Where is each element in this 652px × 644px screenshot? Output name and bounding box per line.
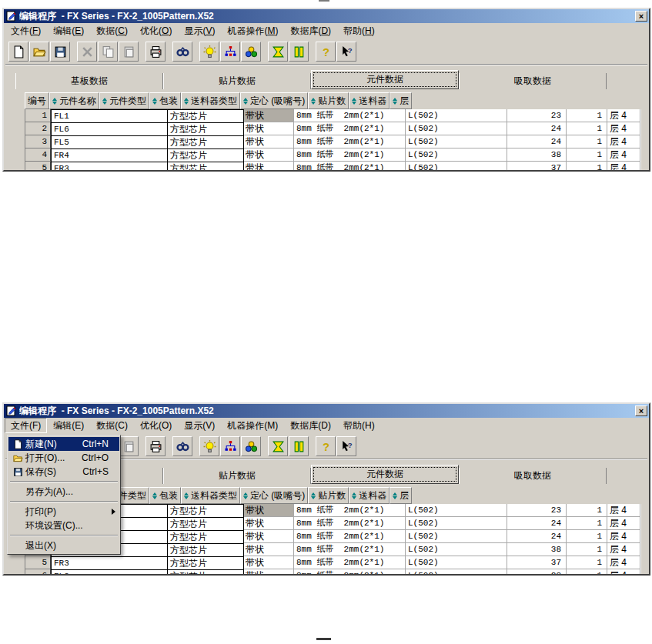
tab[interactable]: 吸取数据 [459,73,607,89]
cell-layer[interactable]: 层 4 [607,569,640,576]
pattern-ii-button[interactable] [289,436,309,456]
menubar-item[interactable]: 显示(V) [178,418,221,433]
cell-feeder-type[interactable]: 8mm 纸带 2mm(2*1) [294,556,406,569]
cell-package[interactable]: 带状 [243,530,294,543]
cell-centering[interactable]: L(502) [406,530,507,543]
cell-feeder-type[interactable]: 8mm 纸带 2mm(2*1) [294,569,406,576]
menu-item-new[interactable]: 新建(N) Ctrl+N [8,437,119,451]
column-header[interactable]: 元件名称 [49,92,99,109]
cell-part-type[interactable]: 方型芯片 [167,109,244,123]
cell-layer[interactable]: 层 4 [607,122,640,135]
delete-button[interactable] [77,42,97,62]
color-balls-button[interactable] [241,436,261,456]
context-help-button[interactable]: ? [336,42,356,62]
cell-part-type[interactable]: 方型芯片 [167,569,244,576]
cell-part-type[interactable]: 方型芯片 [167,517,244,531]
close-button[interactable]: × [635,11,647,22]
menubar-item[interactable]: 显示(V) [178,23,221,38]
cell-centering[interactable]: L(502) [406,569,507,576]
column-header[interactable]: 贴片数 [308,92,349,109]
cell-package[interactable]: 带状 [243,148,294,162]
cell-part-type[interactable]: 方型芯片 [167,543,244,557]
cell-part-name[interactable]: FL6 [51,122,168,136]
cell-package[interactable]: 带状 [243,517,294,530]
tab[interactable]: 吸取数据 [459,468,607,484]
pattern-ii-button[interactable] [289,42,309,62]
menubar-item[interactable]: 帮助(H) [337,418,381,433]
column-header[interactable]: 层 [390,92,412,109]
help-button[interactable]: ? [316,436,336,456]
cell-layer[interactable]: 层 4 [607,162,640,172]
column-header[interactable]: 送料器类型 [181,487,240,504]
column-header[interactable]: 元件类型 [99,92,149,109]
cell-placement-count[interactable]: 24 [507,517,567,530]
cell-feeder-type[interactable]: 8mm 纸带 2mm(2*1) [294,162,406,172]
cell-centering[interactable]: L(502) [406,122,507,135]
column-header[interactable]: 定心 (吸嘴号) [240,487,308,504]
cell-feeder-no[interactable]: 1 [567,148,607,162]
tab[interactable]: 贴片数据 [163,468,311,484]
save-button[interactable] [50,42,70,62]
cell-number[interactable]: 5 [25,556,51,569]
cell-layer[interactable]: 层 4 [607,135,640,148]
cell-part-type[interactable]: 方型芯片 [167,135,244,149]
cell-centering[interactable]: L(502) [406,556,507,569]
network-tree-button[interactable] [220,42,240,62]
cell-feeder-no[interactable]: 1 [567,109,607,122]
color-balls-button[interactable] [241,42,261,62]
cell-centering[interactable]: L(502) [406,135,507,148]
cell-placement-count[interactable]: 24 [507,122,567,135]
menu-item-print[interactable]: 打印(P) [8,505,119,519]
column-header[interactable]: 送料器类型 [181,92,240,109]
pattern-x-button[interactable] [268,42,288,62]
cell-placement-count[interactable]: 38 [507,148,567,162]
cell-feeder-type[interactable]: 8mm 纸带 2mm(2*1) [294,543,406,556]
cell-part-type[interactable]: 方型芯片 [167,148,244,162]
column-header[interactable]: 定心 (吸嘴号) [240,92,308,109]
cell-number[interactable]: 6 [25,569,51,576]
cell-feeder-type[interactable]: 8mm 纸带 2mm(2*1) [294,530,406,543]
menubar-item[interactable]: 数据(C) [90,23,134,38]
find-button[interactable] [172,42,192,62]
column-header[interactable]: 贴片数 [308,487,349,504]
tab[interactable]: 贴片数据 [163,73,311,89]
cell-package[interactable]: 带状 [243,162,294,172]
cell-feeder-type[interactable]: 8mm 纸带 2mm(2*1) [294,122,406,135]
pattern-x-button[interactable] [268,436,288,456]
menu-item-exit[interactable]: 退出(X) [8,539,119,552]
cell-layer[interactable]: 层 4 [607,517,640,530]
cell-package[interactable]: 带状 [243,135,294,148]
cell-part-type[interactable]: 方型芯片 [167,504,244,518]
cell-layer[interactable]: 层 4 [607,556,640,569]
menu-item-environment-settings[interactable]: 环境设置(C)... [8,519,119,532]
cell-placement-count[interactable]: 23 [507,109,567,122]
cell-feeder-no[interactable]: 1 [567,556,607,569]
cell-feeder-no[interactable]: 1 [567,504,607,517]
column-header[interactable]: 编号 [25,92,49,109]
cell-feeder-type[interactable]: 8mm 纸带 2mm(2*1) [294,148,406,162]
cell-number[interactable]: 2 [25,122,51,135]
cell-part-name[interactable]: FR3 [51,556,168,570]
tab[interactable]: 元件数据 [311,70,459,89]
menubar-item[interactable]: 编辑(E) [47,418,90,433]
context-help-button[interactable]: ? [336,436,356,456]
menubar-item[interactable]: 编辑(E) [47,23,90,38]
cell-feeder-type[interactable]: 8mm 纸带 2mm(2*1) [294,109,406,122]
cell-centering[interactable]: L(502) [406,109,507,122]
cell-part-type[interactable]: 方型芯片 [167,162,244,172]
cell-part-type[interactable]: 方型芯片 [167,556,244,570]
cell-placement-count[interactable]: 37 [507,556,567,569]
cell-layer[interactable]: 层 4 [607,543,640,556]
close-button[interactable]: × [635,405,647,416]
new-file-button[interactable] [8,42,28,62]
cell-placement-count[interactable]: 38 [507,543,567,556]
menubar-item[interactable]: 数据库(D) [284,23,337,38]
cell-centering[interactable]: L(502) [406,504,507,517]
find-button[interactable] [172,436,192,456]
tab[interactable]: 基板数据 [15,73,163,89]
cell-part-type[interactable]: 方型芯片 [167,530,244,544]
optimize-button[interactable] [199,436,219,456]
menubar-item[interactable]: 文件(F) [5,23,47,38]
cell-number[interactable]: 3 [25,135,51,148]
cell-layer[interactable]: 层 4 [607,109,640,122]
